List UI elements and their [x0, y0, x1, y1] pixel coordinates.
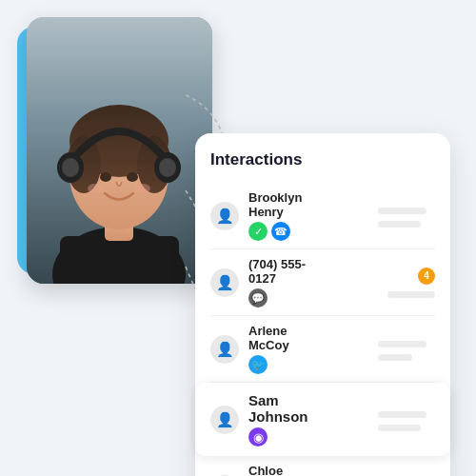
panel-title: Interactions — [210, 150, 435, 169]
svg-point-15 — [135, 184, 150, 193]
row-content-phone: (704) 555-0127 💬 — [248, 257, 308, 307]
channel-icons-phone: 💬 — [248, 288, 308, 307]
row-name-brooklyn: Brooklyn Henry — [248, 190, 304, 219]
row-content-brooklyn: Brooklyn Henry ✓ ☎ — [248, 190, 304, 241]
twitter-icon: 🐦 — [248, 355, 268, 374]
svg-rect-2 — [60, 236, 179, 284]
row-name-chloe: Chloe Smith — [248, 464, 304, 476]
purple-channel-icon: ◉ — [248, 427, 268, 446]
avatar-sam: 👤 — [210, 406, 239, 434]
photo-card — [27, 17, 212, 284]
person-icon: 👤 — [216, 208, 234, 225]
person-illustration — [27, 17, 212, 284]
avatar-brooklyn: 👤 — [210, 202, 239, 230]
avatar-phone: 👤 — [210, 268, 239, 297]
person-icon-3: 👤 — [216, 341, 234, 358]
whatsapp-icon: ✓ — [248, 222, 268, 241]
interaction-row-arlene[interactable]: 👤 Arlene McCoy 🐦 — [210, 316, 435, 383]
channel-icons-brooklyn: ✓ ☎ — [248, 222, 304, 241]
row-content-sam: Sam Johnson ◉ — [248, 392, 304, 446]
person-icon-4: 👤 — [216, 411, 234, 428]
interactions-panel: Interactions 👤 Brooklyn Henry ✓ ☎ 👤 — [195, 133, 450, 476]
svg-point-14 — [88, 184, 103, 193]
badge-count: 4 — [418, 268, 435, 285]
row-name-phone: (704) 555-0127 — [248, 257, 308, 286]
row-name-sam: Sam Johnson — [248, 392, 304, 425]
svg-point-10 — [62, 158, 79, 177]
svg-point-13 — [127, 172, 138, 182]
interaction-row-chloe[interactable]: 👤 Chloe Smith ✓ — [210, 456, 435, 476]
row-content-arlene: Arlene McCoy 🐦 — [248, 324, 304, 374]
interaction-row-sam[interactable]: 👤 Sam Johnson ◉ — [195, 383, 450, 456]
svg-point-12 — [100, 172, 111, 182]
interaction-row-phone[interactable]: 👤 (704) 555-0127 💬 4 — [210, 249, 435, 316]
channel-icons-arlene: 🐦 — [248, 355, 304, 374]
interaction-row-brooklyn[interactable]: 👤 Brooklyn Henry ✓ ☎ — [210, 183, 435, 249]
scene: Interactions 👤 Brooklyn Henry ✓ ☎ 👤 — [0, 0, 476, 476]
sms-icon: 💬 — [248, 288, 268, 307]
row-name-arlene: Arlene McCoy — [248, 324, 304, 352]
svg-point-11 — [159, 158, 176, 177]
photo-background — [27, 17, 212, 284]
row-content-chloe: Chloe Smith ✓ — [248, 464, 304, 476]
avatar-arlene: 👤 — [210, 335, 239, 364]
channel-icons-sam: ◉ — [248, 427, 304, 446]
phone-icon: ☎ — [271, 222, 290, 241]
person-icon-2: 👤 — [216, 274, 234, 291]
